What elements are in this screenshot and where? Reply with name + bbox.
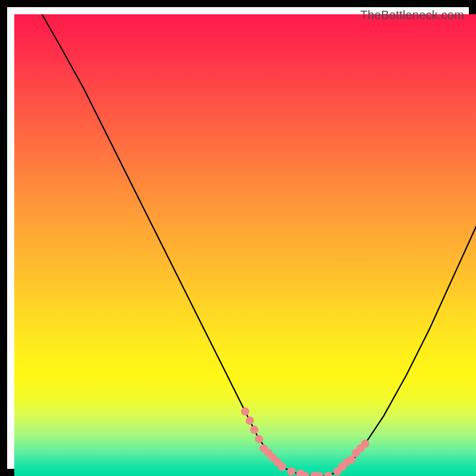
chart-frame [0,0,476,476]
marker-dot [324,472,333,476]
marker-dot [250,425,259,434]
marker-dot [347,456,356,464]
marker-dot [361,440,369,448]
plot-area [14,14,476,476]
marker-cluster-right [333,440,369,476]
marker-dot [241,407,249,415]
curve-layer [14,14,476,476]
bottleneck-curve [42,14,476,476]
marker-dot [255,435,263,443]
marker-dot [246,416,254,425]
marker-dot [287,467,296,475]
marker-cluster-flat [287,467,333,476]
watermark-text: TheBottleneck.com [360,8,464,22]
marker-dot [278,463,286,471]
